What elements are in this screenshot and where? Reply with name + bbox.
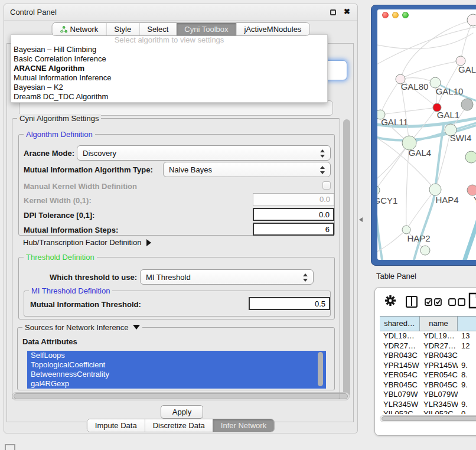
table-horizontal-scrollbar[interactable] bbox=[380, 415, 476, 422]
network-node-label: GAL80 bbox=[401, 81, 429, 92]
column-header-shared[interactable]: shared… bbox=[380, 317, 420, 331]
algorithm-dropdown-popup: Select algorithm to view settings Bayesi… bbox=[11, 34, 328, 103]
network-node[interactable] bbox=[467, 14, 476, 26]
table-row[interactable]: YER054CYER054C8. bbox=[380, 370, 476, 380]
collapse-arrow-icon[interactable] bbox=[133, 325, 140, 330]
dpi-tolerance-field[interactable]: 0.0 bbox=[253, 208, 334, 221]
tab-jactivemnodules[interactable]: jActiveMNodules bbox=[236, 23, 309, 35]
mi-threshold-field[interactable]: 0.5 bbox=[249, 297, 330, 310]
data-attribute-selfloops[interactable]: SelfLoops bbox=[27, 351, 326, 360]
algorithm-definition-group: Algorithm Definition Aracne Mode: Discov… bbox=[18, 134, 335, 236]
network-node[interactable] bbox=[420, 246, 430, 255]
mi-algorithm-type-combo[interactable]: Naive Bayes bbox=[163, 162, 331, 177]
network-edge[interactable] bbox=[377, 143, 409, 183]
table-cell: YLR345W bbox=[420, 400, 458, 410]
data-attribute-topologicalcoefficient[interactable]: TopologicalCoefficient bbox=[27, 360, 326, 370]
table-row[interactable]: YLR345WYLR345W9. bbox=[380, 400, 476, 410]
network-edge[interactable] bbox=[380, 79, 400, 115]
column-layout-icon[interactable] bbox=[406, 296, 418, 308]
table-row[interactable]: YBR045CYBR045C9. bbox=[380, 380, 476, 390]
manual-kernel-label: Manual Kernel Width Definition bbox=[24, 182, 137, 191]
close-panel-icon[interactable]: ✖ bbox=[344, 7, 350, 16]
expander-arrow-icon bbox=[146, 239, 151, 246]
table-row[interactable]: YBR043CYBR043C bbox=[380, 351, 476, 361]
tab-style[interactable]: Style bbox=[106, 23, 139, 35]
kernel-width-field[interactable]: 0.0 bbox=[253, 193, 334, 206]
bottom-tab-impute-data[interactable]: Impute Data bbox=[87, 419, 145, 432]
which-threshold-combo[interactable]: MI Threshold bbox=[140, 269, 314, 285]
split-pane-handle-icon[interactable] bbox=[359, 217, 363, 222]
network-canvas-area: GAL8GAL80GAL10GAL1GAL11SWI4GAL4GCY1HAP4Y… bbox=[377, 9, 476, 260]
float-panel-icon[interactable] bbox=[330, 9, 336, 15]
network-node-gcy1[interactable] bbox=[377, 185, 380, 195]
algorithm-option-dream8-dc-tdc-algorithm[interactable]: Dream8 DC_TDC Algorithm bbox=[11, 92, 327, 102]
cyni-algorithm-settings-group: Cyni Algorithm Settings Algorithm Defini… bbox=[12, 118, 340, 399]
manual-kernel-checkbox[interactable] bbox=[322, 181, 331, 190]
data-attribute-gal4rgexp[interactable]: gal4RGexp bbox=[27, 379, 326, 389]
table-row[interactable]: YIL052CYIL052C0. bbox=[380, 409, 476, 414]
tab-cyni-toolbox[interactable]: Cyni Toolbox bbox=[176, 23, 236, 35]
tab-label: jActiveMNodules bbox=[244, 25, 302, 34]
bottom-tab-infer-network[interactable]: Infer Network bbox=[213, 419, 274, 432]
network-edge[interactable] bbox=[380, 107, 437, 115]
mi-steps-field[interactable]: 6 bbox=[253, 223, 334, 236]
network-node-hap4[interactable] bbox=[429, 184, 441, 195]
panel-title: Control Panel bbox=[10, 8, 57, 17]
network-node-hap2[interactable] bbox=[402, 226, 410, 234]
hub-definition-expander[interactable]: Hub/Transcription Factor Definition bbox=[23, 238, 151, 247]
tab-network[interactable]: Network bbox=[53, 23, 106, 35]
table-cell bbox=[458, 390, 476, 400]
attr-list-scrollbar[interactable] bbox=[318, 352, 323, 386]
column-header-name[interactable]: name bbox=[420, 317, 458, 331]
algorithm-option-bayesian-k2[interactable]: Bayesian – K2 bbox=[11, 83, 327, 92]
select-all-checkboxes-icon[interactable] bbox=[425, 298, 442, 306]
table-row[interactable]: YDR27…YDR27…12 bbox=[380, 341, 476, 351]
sources-title-text: Sources for Network Inference bbox=[25, 323, 129, 332]
table-cell: YDR27… bbox=[380, 341, 420, 351]
mi-type-label: Mutual Information Algorithm Type: bbox=[24, 165, 153, 174]
table-panel-title: Table Panel bbox=[376, 272, 416, 281]
table-row[interactable]: YBL079WYBL079W bbox=[380, 390, 476, 400]
bottom-tab-discretize-data[interactable]: Discretize Data bbox=[145, 419, 213, 432]
algorithm-option-aracne-algorithm[interactable]: ARACNE Algorithm bbox=[11, 64, 327, 73]
close-window-icon[interactable] bbox=[382, 12, 389, 18]
deselect-all-checkboxes-icon[interactable] bbox=[448, 298, 466, 306]
algorithm-option-basic-correlation-inference[interactable]: Basic Correlation Inference bbox=[11, 54, 327, 64]
table-row[interactable]: YPR145WYPR145W9. bbox=[380, 361, 476, 371]
network-node[interactable] bbox=[465, 151, 476, 163]
network-edge[interactable] bbox=[377, 33, 473, 49]
gear-icon[interactable] bbox=[383, 294, 397, 308]
network-node[interactable] bbox=[461, 99, 473, 110]
algorithm-option-bayesian-hill-climbing[interactable]: Bayesian – Hill Climbing bbox=[11, 45, 327, 54]
network-node-y[interactable] bbox=[467, 185, 476, 195]
network-edge[interactable] bbox=[465, 204, 476, 260]
table-cell bbox=[458, 351, 476, 361]
network-edge[interactable] bbox=[435, 130, 451, 190]
column-header-col2[interactable] bbox=[458, 317, 476, 331]
algorithm-option-mutual-information-inference[interactable]: Mutual Information Inference bbox=[11, 73, 327, 83]
threshold-definition-group: Threshold Definition Which threshold to … bbox=[18, 257, 335, 319]
data-attribute-betweennesscentrality[interactable]: BetweennessCentrality bbox=[27, 370, 326, 379]
apply-button[interactable]: Apply bbox=[161, 405, 203, 419]
document-icon[interactable] bbox=[468, 292, 476, 309]
settings-group-title: Cyni Algorithm Settings bbox=[17, 114, 101, 123]
table-cell: YDL19… bbox=[420, 331, 458, 341]
table-cell: YBR043C bbox=[380, 351, 420, 361]
aracne-mode-combo[interactable]: Discovery bbox=[77, 145, 331, 161]
network-edge[interactable] bbox=[377, 143, 409, 190]
tab-select[interactable]: Select bbox=[139, 23, 176, 35]
network-node-label: SWI4 bbox=[450, 133, 472, 143]
tab-label: Cyni Toolbox bbox=[184, 25, 228, 34]
network-node-label: GAL1 bbox=[437, 110, 459, 120]
minimized-panel-icon[interactable] bbox=[5, 444, 15, 450]
network-node-label: GAL10 bbox=[436, 86, 464, 96]
network-edge[interactable] bbox=[461, 20, 473, 61]
zoom-window-icon[interactable] bbox=[402, 12, 409, 18]
settings-vertical-scrollbar[interactable] bbox=[343, 119, 351, 397]
dpi-tolerance-label: DPI Tolerance [0,1]: bbox=[24, 211, 94, 220]
minimize-window-icon[interactable] bbox=[392, 12, 399, 18]
table-row[interactable]: YDL19…YDL19…13 bbox=[380, 331, 476, 341]
table-cell: 9. bbox=[458, 400, 476, 410]
network-canvas[interactable]: GAL8GAL80GAL10GAL1GAL11SWI4GAL4GCY1HAP4Y… bbox=[377, 9, 476, 260]
mi-threshold-definition-group: MI Threshold Definition Mutual Informati… bbox=[24, 291, 331, 317]
